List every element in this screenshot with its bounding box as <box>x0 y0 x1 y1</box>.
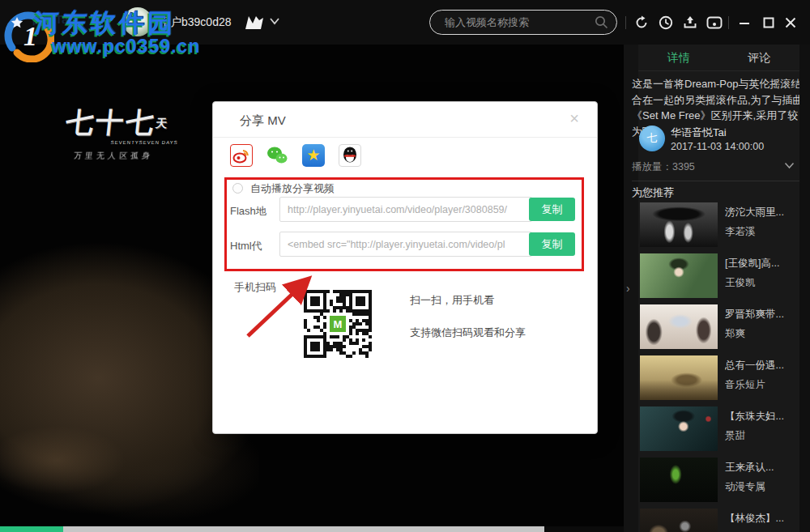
list-item[interactable]: 总有一份遇... 音乐短片 <box>624 355 802 400</box>
toolbar-divider <box>625 16 626 29</box>
copy-flash-button[interactable]: 复制 <box>529 198 575 221</box>
movie-tagline: 万里无人区孤身 <box>73 151 177 162</box>
video-artist: 李若溪 <box>725 225 799 239</box>
qr-hint-wechat: 支持微信扫码观看和分享 <box>410 326 526 340</box>
video-artist: 郑爽 <box>725 327 799 341</box>
user-avatar[interactable] <box>123 7 152 36</box>
share-weibo-icon[interactable] <box>230 144 253 167</box>
video-title: 王来承认... <box>725 461 799 475</box>
video-artist: 音乐短片 <box>725 378 799 392</box>
list-item[interactable]: [王俊凯]高... 王俊凯 <box>624 253 802 298</box>
search-input[interactable] <box>445 11 590 34</box>
history-button[interactable] <box>656 14 676 32</box>
minimize-icon <box>739 17 750 28</box>
progress-played <box>0 526 63 532</box>
sidebar-tabs: 详情 评论 <box>638 45 799 71</box>
share-qzone-icon[interactable]: ★ <box>302 144 325 167</box>
video-artist: 动漫专属 <box>725 480 799 494</box>
html-code-label: Html代 <box>230 239 262 253</box>
upload-button[interactable] <box>680 14 700 32</box>
list-item[interactable]: 【东珠夫妇... 景甜 <box>624 406 802 451</box>
app-logo-text: 音悦Tai <box>31 12 72 28</box>
video-thumbnail[interactable] <box>640 355 718 400</box>
list-item[interactable]: 滂沱大雨里... 李若溪 <box>624 202 802 247</box>
sidebar-divider <box>632 181 802 181</box>
mini-player-button[interactable] <box>705 14 724 32</box>
maximize-button[interactable] <box>759 14 778 32</box>
list-item[interactable]: 【林俊杰】... <box>624 509 802 532</box>
video-artist: 王俊凯 <box>725 276 799 290</box>
video-thumbnail[interactable] <box>640 253 718 298</box>
upload-date: 2017-11-03 14:00:00 <box>671 141 764 152</box>
movie-poster-title: 七十七天 SEVENTYSEVEN DAYS 万里无人区孤身 <box>62 104 181 162</box>
search-icon[interactable] <box>595 15 608 29</box>
video-title: 滂沱大雨里... <box>725 206 799 219</box>
dialog-title: 分享 MV <box>240 113 286 129</box>
chevron-down-icon[interactable] <box>269 17 280 25</box>
uploader-name[interactable]: 华语音悦Tai <box>671 126 727 140</box>
refresh-button[interactable] <box>632 14 651 32</box>
tab-comments[interactable]: 评论 <box>719 45 800 70</box>
sidebar-scrollbar[interactable] <box>799 45 810 532</box>
video-thumbnail[interactable] <box>640 406 718 451</box>
html-code-input[interactable] <box>279 232 532 257</box>
list-item[interactable]: 罗晋郑爽带... 郑爽 <box>624 304 802 349</box>
playback-progress-bar[interactable] <box>0 526 624 532</box>
app-window: 音悦Tai 用户b39c0d28 <box>0 0 810 532</box>
video-title: [王俊凯]高... <box>725 257 799 270</box>
video-title: 总有一份遇... <box>725 359 799 372</box>
video-title: 【林俊杰】... <box>725 512 799 526</box>
toolbar-divider <box>728 16 729 29</box>
expand-chevron-icon[interactable] <box>784 162 795 169</box>
right-sidebar: › 详情 评论 这是一首将Dream-Pop与英伦摇滚结合在一起的另类摇滚作品,… <box>624 45 810 532</box>
qr-code: M <box>302 287 373 361</box>
video-thumbnail[interactable] <box>640 202 718 247</box>
qr-hint-scan: 扫一扫，用手机看 <box>410 293 494 308</box>
list-item[interactable]: 王来承认... 动漫专属 <box>624 458 802 502</box>
video-thumbnail[interactable] <box>640 458 718 502</box>
search-box[interactable] <box>429 10 617 35</box>
minimize-button[interactable] <box>735 14 754 32</box>
title-bar: 音悦Tai 用户b39c0d28 <box>0 0 810 45</box>
video-thumbnail[interactable] <box>640 509 718 532</box>
video-thumbnail[interactable] <box>640 304 718 349</box>
maximize-icon <box>763 17 774 28</box>
progress-buffered <box>0 526 544 532</box>
recommend-list: 滂沱大雨里... 李若溪 [王俊凯]高... 王俊凯 罗晋郑爽带... 郑爽 总… <box>624 202 802 532</box>
clock-icon <box>659 15 673 30</box>
mini-player-icon <box>706 15 723 30</box>
tab-details[interactable]: 详情 <box>638 45 719 70</box>
copy-html-button[interactable]: 复制 <box>529 232 575 256</box>
yinyuetai-logo-icon <box>242 12 266 33</box>
close-icon <box>785 17 796 28</box>
username-label[interactable]: 用户b39c0d28 <box>159 15 232 30</box>
dialog-divider <box>213 137 597 138</box>
share-dialog: 分享 MV × ★ <box>212 101 598 434</box>
video-title: 罗晋郑爽带... <box>725 308 799 321</box>
qr-logo-badge: M <box>328 314 347 334</box>
refresh-icon <box>634 15 649 30</box>
play-count: 播放量：3395 <box>632 160 695 174</box>
movie-title-en: SEVENTYSEVEN DAYS <box>110 140 178 145</box>
qr-section-label: 手机扫码 <box>234 280 276 295</box>
close-button[interactable] <box>781 14 800 32</box>
share-qq-icon[interactable] <box>339 144 361 167</box>
video-artist: 景甜 <box>725 429 799 443</box>
recommend-heading: 为您推荐 <box>632 185 674 200</box>
dialog-close-icon[interactable]: × <box>569 109 579 128</box>
movie-title: 七十七天 <box>64 104 182 142</box>
autoplay-label: 自动播放分享视频 <box>250 181 335 196</box>
flash-url-input[interactable] <box>279 197 532 222</box>
flash-url-label: Flash地 <box>230 204 266 219</box>
autoplay-checkbox[interactable] <box>232 183 243 194</box>
upload-icon <box>683 15 697 30</box>
video-title: 【东珠夫妇... <box>725 410 799 423</box>
share-wechat-icon[interactable] <box>266 144 288 167</box>
uploader-avatar[interactable]: 七 <box>639 126 665 151</box>
